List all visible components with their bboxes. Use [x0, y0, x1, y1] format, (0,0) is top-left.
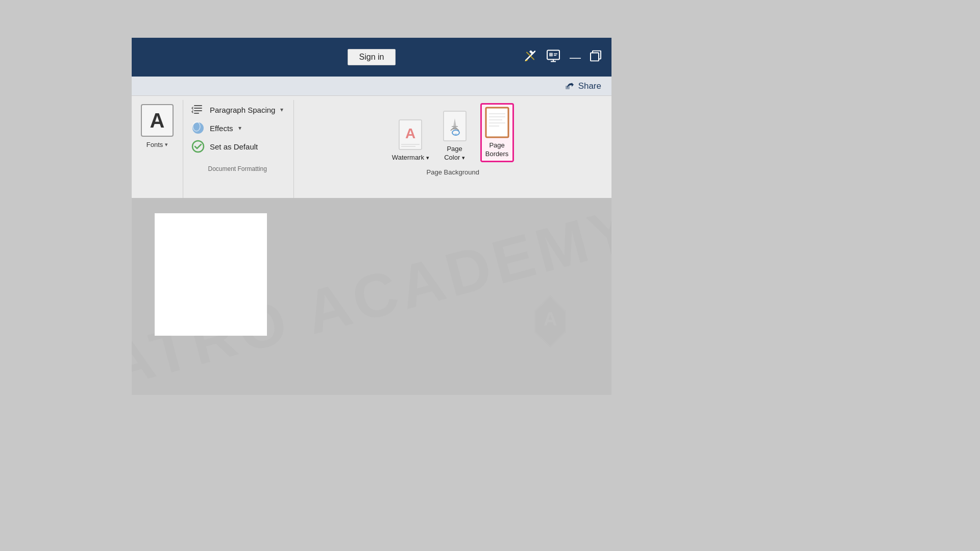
svg-rect-7	[549, 53, 553, 57]
effects-chevron: ▾	[238, 124, 241, 132]
page-borders-icon	[484, 107, 510, 138]
fonts-label[interactable]: Fonts ▾	[146, 141, 168, 148]
watermark-icon: A	[397, 119, 424, 151]
set-as-default-label: Set as Default	[210, 142, 258, 151]
svg-text:A: A	[405, 126, 415, 141]
svg-rect-11	[591, 53, 599, 61]
ribbon-top-bar: Share	[132, 77, 611, 96]
svg-rect-1	[529, 51, 533, 55]
svg-text:A: A	[544, 309, 557, 330]
doc-paper	[155, 213, 267, 336]
effects-icon	[191, 121, 205, 135]
doc-area: ATRO ACADEMY A	[132, 198, 611, 395]
document-formatting-label: Document Formatting	[191, 162, 283, 174]
page-borders-label: PageBorders	[485, 141, 509, 159]
share-button[interactable]: Share	[565, 81, 601, 91]
set-as-default-icon	[191, 140, 205, 153]
paragraph-spacing-icon	[191, 103, 205, 116]
watermark-label: Watermark ▾	[392, 154, 429, 162]
page-color-button[interactable]: PageColor ▾	[442, 110, 468, 162]
paragraph-spacing-button[interactable]: Paragraph Spacing ▾	[191, 103, 283, 116]
svg-rect-26	[486, 108, 508, 137]
fonts-section: A Fonts ▾	[132, 100, 183, 198]
page-borders-button[interactable]: PageBorders	[480, 103, 514, 162]
paragraph-spacing-chevron: ▾	[280, 106, 283, 113]
fonts-button[interactable]: A	[141, 104, 174, 137]
sign-in-button[interactable]: Sign in	[348, 49, 396, 65]
app-window: Sign in	[132, 38, 611, 395]
fonts-letter: A	[150, 109, 165, 132]
page-background-section: A Watermark ▾	[294, 100, 611, 198]
watermark-button[interactable]: A Watermark ▾	[392, 119, 429, 162]
page-bg-icons: A Watermark ▾	[392, 103, 514, 162]
page-background-label: Page Background	[427, 168, 479, 176]
presentation-icon[interactable]	[546, 49, 560, 65]
theme-section: Paragraph Spacing ▾ Effects ▾	[183, 100, 294, 198]
paragraph-spacing-label: Paragraph Spacing	[210, 106, 275, 114]
fonts-chevron: ▾	[165, 141, 168, 148]
svg-point-19	[192, 141, 204, 152]
effects-label: Effects	[210, 124, 233, 133]
effects-button[interactable]: Effects ▾	[191, 121, 283, 135]
set-as-default-button[interactable]: Set as Default	[191, 140, 283, 153]
title-bar-icons: —	[524, 49, 601, 65]
svg-rect-12	[566, 86, 570, 89]
minimize-icon[interactable]: —	[570, 52, 581, 63]
page-color-icon	[442, 110, 468, 142]
svg-point-17	[192, 122, 204, 134]
title-bar: Sign in	[132, 38, 611, 77]
share-label: Share	[578, 81, 601, 91]
svg-rect-4	[547, 51, 559, 60]
ribbon-content: A Fonts ▾	[132, 96, 611, 198]
watermark-logo: A	[520, 291, 581, 354]
page-color-label: PageColor ▾	[444, 145, 465, 162]
pen-icon[interactable]	[524, 49, 537, 65]
restore-icon[interactable]	[590, 51, 601, 64]
